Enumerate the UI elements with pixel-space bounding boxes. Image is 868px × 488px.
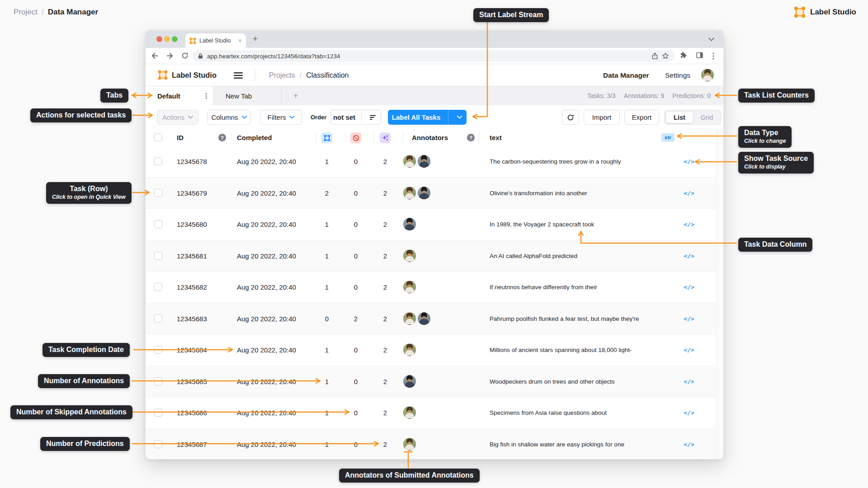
columns-dropdown[interactable]: Columns [208,110,250,125]
select-all-checkbox[interactable] [154,133,162,141]
show-source-icon[interactable]: </> [681,221,697,228]
row-checkbox[interactable] [154,283,162,291]
tab-default[interactable]: Default ⋮ [146,86,213,105]
import-button[interactable]: Import [584,110,620,125]
hamburger-menu-icon[interactable] [234,72,243,79]
table-row[interactable]: 12345685 Aug 20 2022, 20:40 1 0 2 Woodpe… [146,366,723,398]
table-row[interactable]: 12345683 Aug 20 2022, 20:40 0 2 2 Pahrum… [146,303,723,335]
show-source-icon[interactable]: </> [681,284,697,291]
data-manager-toolbar: Actions Columns Filters Order not set La… [146,105,723,129]
chevron-down-icon[interactable] [708,38,714,41]
show-source-icon[interactable]: </> [681,189,697,196]
show-source-icon[interactable]: </> [681,441,697,447]
row-checkbox[interactable] [154,252,162,260]
column-completed-header[interactable]: Completed [237,129,272,146]
show-source-icon[interactable]: </> [681,315,697,322]
new-tab-icon[interactable]: + [253,34,258,44]
traffic-light-zoom-icon[interactable] [172,36,178,42]
app-breadcrumb-projects-link[interactable]: Projects [269,64,295,86]
column-text-header[interactable]: text [490,129,502,146]
task-text: The carbon-sequestering trees grow in a … [490,158,677,165]
nav-data-manager[interactable]: Data Manager [603,64,649,86]
table-row[interactable]: 12345679 Aug 20 2022, 20:40 2 0 2 Olivin… [146,178,723,209]
bookmark-star-icon[interactable] [662,52,669,60]
predictions-count: 2 [376,252,394,259]
forward-icon[interactable] [166,52,174,60]
row-checkbox[interactable] [154,408,162,417]
sort-icon[interactable] [365,115,381,120]
traffic-light-minimize-icon[interactable] [164,36,170,42]
split-button-divider [448,110,448,125]
table-header: ID ? Completed Annotators ? text str [146,129,723,146]
label-all-tasks-button[interactable]: Label All Tasks [388,110,467,125]
breadcrumb-project-link[interactable]: Project [14,8,38,17]
show-source-icon[interactable]: </> [681,158,697,165]
row-checkbox[interactable] [154,189,162,197]
table-row[interactable]: 12345684 Aug 20 2022, 20:40 1 0 2 Millio… [146,334,723,366]
annotations-column-icon[interactable] [321,132,332,143]
show-source-icon[interactable]: </> [681,409,697,416]
annotations-count: 1 [318,252,336,259]
order-label: Order [311,105,326,129]
annotator-avatar-woman [403,406,416,419]
show-source-icon[interactable]: </> [681,347,697,353]
app-breadcrumb-current: Classification [306,64,349,86]
column-id-header[interactable]: ID [177,129,184,146]
refresh-button[interactable] [562,110,579,125]
browser-menu-icon[interactable] [712,52,714,60]
filters-dropdown[interactable]: Filters [260,110,302,125]
actions-dropdown[interactable]: Actions [157,110,198,125]
show-source-icon[interactable]: </> [681,252,697,259]
row-checkbox[interactable] [154,157,162,165]
user-avatar[interactable] [701,69,714,81]
task-text: Pahrump poolfish flunked a fear test, bu… [490,315,677,322]
ordering-control[interactable]: not set [330,110,381,125]
task-completed-date: Aug 20 2022, 20:40 [237,252,296,259]
table-row[interactable]: 12345678 Aug 20 2022, 20:40 1 0 2 The ca… [146,146,723,178]
column-divider [345,133,346,142]
row-checkbox[interactable] [154,346,162,354]
table-row[interactable]: 12345686 Aug 20 2022, 20:40 1 0 2 Specim… [146,397,723,429]
row-checkbox[interactable] [154,377,162,385]
show-source-icon[interactable]: </> [681,378,697,385]
tab-new-tab[interactable]: New Tab [213,86,282,105]
export-button[interactable]: Export [624,110,659,125]
view-list-button[interactable]: List [665,111,693,123]
tab-options-kebab-icon[interactable]: ⋮ [203,92,210,100]
column-annotators-header[interactable]: Annotators [412,129,448,146]
column-divider [373,133,374,142]
task-id: 12345685 [177,377,207,385]
row-checkbox[interactable] [154,440,162,448]
share-icon[interactable] [652,52,658,60]
annotator-avatars [403,155,430,168]
callout-data-type: Data Type Click to change [738,126,792,148]
nav-settings[interactable]: Settings [665,64,690,86]
help-icon[interactable]: ? [467,134,475,141]
traffic-light-close-icon[interactable] [156,36,162,42]
reload-icon[interactable] [181,52,189,59]
table-row[interactable]: 12345682 Aug 20 2022, 20:40 1 0 2 If neu… [146,272,723,303]
view-toggle: List Grid [664,110,722,125]
predictions-column-icon[interactable] [380,132,391,143]
extensions-icon[interactable] [680,52,687,59]
help-icon[interactable]: ? [218,134,226,141]
back-icon[interactable] [151,52,158,60]
app-logo-icon [158,70,168,80]
row-checkbox[interactable] [154,314,162,323]
skipped-column-icon[interactable] [350,132,361,143]
table-row[interactable]: 12345687 Aug 20 2022, 20:40 1 0 2 Big fi… [146,429,723,460]
row-checkbox[interactable] [154,220,162,228]
chevron-down-icon[interactable] [452,116,467,119]
table-row[interactable]: 12345681 Aug 20 2022, 20:40 1 0 2 An AI … [146,240,723,272]
add-tab-button[interactable]: + [282,86,310,105]
annotator-avatars [403,187,430,199]
side-panel-icon[interactable] [696,52,703,58]
data-type-badge[interactable]: str [661,133,675,142]
scroll-gutter[interactable] [716,129,724,460]
view-grid-button[interactable]: Grid [693,114,720,121]
browser-tab[interactable]: Label Studio × [185,33,246,48]
tab-close-icon[interactable]: × [238,38,242,44]
address-bar[interactable]: app.heartex.com/projects/123456/data?tab… [193,50,675,62]
table-row[interactable]: 12345680 Aug 20 2022, 20:40 1 0 2 In 198… [146,209,723,240]
browser-window: Label Studio × + app.heartex.com/project… [145,30,724,460]
